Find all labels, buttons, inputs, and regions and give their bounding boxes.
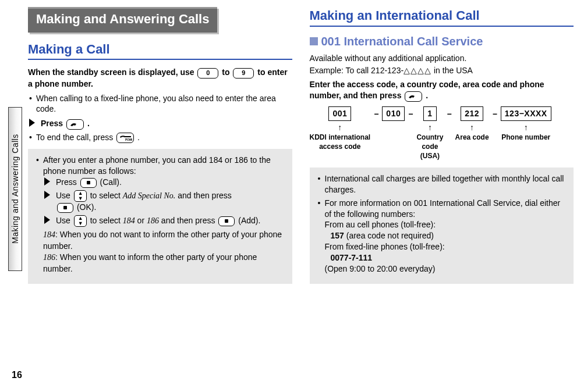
center-key-icon	[57, 203, 73, 213]
nav-updown-key-icon: ▲▼	[74, 215, 87, 227]
intro-instruction: When the standby screen is displayed, us…	[28, 67, 292, 89]
note-184: 184	[123, 216, 135, 225]
note-addspecial: Add Special No.	[123, 191, 176, 200]
right-note-157-rest: (area code not required)	[344, 231, 434, 240]
end-call-b: .	[137, 133, 140, 142]
note-186: 186	[147, 216, 159, 225]
page-number: 16	[12, 369, 22, 382]
up-arrow-icon: ↑	[524, 122, 528, 133]
note-bullets: After you enter a phone number, you can …	[35, 155, 285, 275]
note-box-right: International call charges are billed to…	[310, 168, 574, 284]
center-key-icon	[80, 178, 97, 188]
step-arrow-icon	[29, 119, 37, 127]
nav-updown-key-icon: ▲▼	[74, 190, 87, 202]
subheading-001-text: 001 International Call Service	[321, 34, 483, 49]
intl-label-3c: (USA)	[420, 152, 440, 161]
right-note-line5: From fixed-line phones (toll-free):	[325, 241, 567, 252]
right-note-line4: 157 (area code not required)	[331, 230, 567, 241]
side-section-label: Making and Answering Calls	[9, 108, 22, 270]
svg-marker-4	[44, 216, 50, 224]
intl-line1: Available without any additional applica…	[310, 53, 574, 64]
note-step1-a: Press	[56, 177, 79, 187]
intl-box-1: 1	[423, 106, 436, 121]
note-step3-d: (Add).	[238, 216, 260, 225]
intl-col-5: 123−XXXX ↑ Phone number	[501, 106, 551, 142]
call-key-icon	[405, 91, 422, 102]
heading-making-a-call: Making a Call	[28, 41, 292, 60]
intl-line2: Example: To call 212-123-△△△△ in the USA	[310, 65, 574, 76]
note-box-left: After you enter a phone number, you can …	[28, 149, 292, 284]
right-column: Making an International Call 001 Interna…	[310, 7, 574, 385]
intl-label-5: Phone number	[501, 134, 550, 142]
left-column: Making and Answering Calls Making a Call…	[28, 7, 292, 385]
right-note-line3: From au cell phones (toll-free):	[325, 219, 567, 230]
end-call-list: To end the call, press POWER .	[28, 132, 292, 143]
desc-184: 184: When you do not want to inform the …	[43, 229, 285, 252]
triangle-placeholder-icon: △△△△	[404, 66, 431, 75]
section-title: Making and Answering Calls	[28, 7, 217, 33]
svg-text:POWER: POWER	[125, 138, 132, 141]
note-step2-c: and then press	[178, 191, 232, 200]
intl-label-1a: KDDI international	[310, 134, 371, 142]
desc-184-text: : When you do not want to inform the oth…	[43, 230, 282, 251]
intl-line2-b: in the USA	[431, 66, 473, 75]
step-arrow-icon	[44, 191, 52, 199]
desc-186-num: 186	[43, 253, 55, 262]
note-intro-text: After you enter a phone number, you can …	[43, 155, 271, 176]
up-arrow-icon: ↑	[428, 122, 432, 133]
note-step-3: Use ▲▼ to select 184 or 186 and then pre…	[43, 215, 285, 227]
intl-box-010: 010	[382, 106, 405, 121]
subheading-001: 001 International Call Service	[310, 34, 574, 49]
dash-icon: −	[374, 106, 378, 120]
svg-marker-3	[44, 191, 50, 199]
intl-col-4: 212 ↑ Area code	[455, 106, 489, 142]
square-bullet-icon	[310, 37, 318, 45]
intl-label-3a: Country	[416, 134, 443, 142]
end-call-a: To end the call, press	[36, 133, 115, 142]
intl-box-123x: 123−XXXX	[501, 106, 551, 121]
intl-line2-a: Example: To call 212-123-	[310, 66, 404, 75]
center-key-icon	[218, 216, 235, 226]
note-step3-b: to select	[90, 216, 123, 225]
dash-icon: −	[408, 106, 413, 120]
right-note-157: 157	[331, 231, 344, 240]
right-note-line7: (Open 9:00 to 20:00 everyday)	[325, 263, 567, 275]
right-note-2: For more information on 001 Internationa…	[317, 198, 567, 275]
intl-box-212: 212	[461, 106, 483, 121]
intl-bold-instruction: Enter the access code, a country code, a…	[310, 79, 574, 101]
note-step2-a: Use	[56, 191, 73, 200]
step-arrow-icon	[44, 177, 52, 186]
desc-184-num: 184	[43, 230, 55, 239]
intl-number-row: 001 ↑ KDDI international access code − 0…	[310, 106, 574, 161]
svg-marker-2	[44, 177, 50, 186]
right-note-2-text: For more information on 001 Internationa…	[325, 198, 561, 219]
desc-186-text: : When you want to inform the other part…	[43, 252, 257, 273]
intl-bold-b: .	[426, 91, 428, 100]
intl-col-1: 001 ↑ KDDI international access code	[310, 106, 371, 151]
power-key-icon: POWER	[116, 133, 134, 143]
note-step2-b: to select	[90, 191, 123, 200]
note-step-2: Use ▲▼ to select Add Special No. and the…	[43, 190, 285, 213]
dash-icon: −	[447, 106, 451, 120]
call-key-icon	[66, 119, 84, 130]
right-note-list: International call charges are billed to…	[317, 173, 567, 275]
intl-box-001: 001	[328, 106, 351, 121]
key-0-icon: 0	[197, 68, 218, 79]
page-body: Making and Answering Calls Making a Call…	[0, 0, 584, 392]
dash-icon: −	[493, 106, 497, 120]
press-label: Press	[41, 119, 65, 128]
intro-bullet-list: When calling to a fixed-line phone, you …	[28, 93, 292, 115]
intl-label-3b: code	[422, 143, 438, 151]
end-call-line: To end the call, press POWER .	[28, 132, 292, 143]
note-intro: After you enter a phone number, you can …	[35, 155, 285, 275]
intro-part-b: to	[222, 67, 232, 77]
note-step3-a: Use	[56, 216, 73, 225]
note-step-1: Press (Call).	[43, 177, 285, 188]
step-arrow-icon	[44, 216, 52, 224]
note-step3-c: and then press	[161, 216, 218, 225]
note-step3-or: or	[137, 216, 147, 225]
intl-label-4: Area code	[455, 134, 489, 142]
heading-intl-call: Making an International Call	[310, 7, 574, 27]
note-step2-d: (OK).	[77, 202, 96, 212]
up-arrow-icon: ↑	[470, 122, 474, 133]
